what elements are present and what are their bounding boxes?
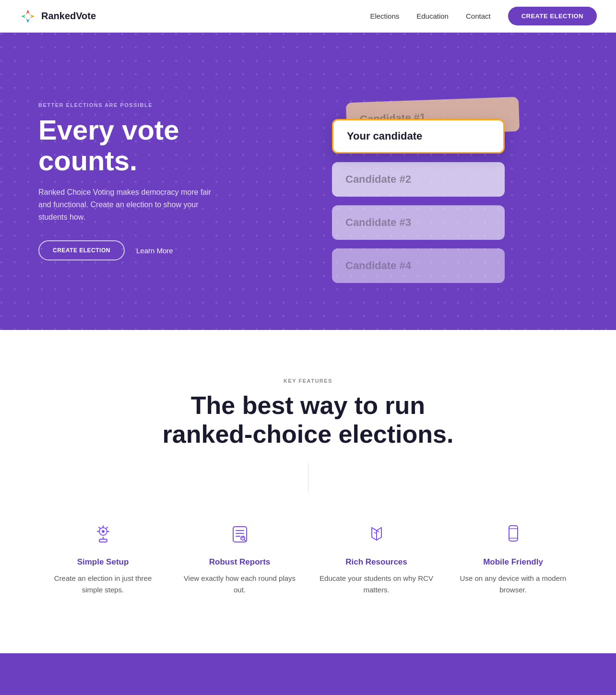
create-election-header-button[interactable]: CREATE ELECTION — [508, 7, 597, 25]
hero-right: Candidate #1 Your candidate Candidate #2… — [269, 90, 578, 272]
feature-simple-setup-title: Simple Setup — [77, 557, 129, 567]
feature-robust-reports-title: Robust Reports — [209, 557, 271, 567]
candidate-cards-stack: Candidate #1 Your candidate Candidate #2… — [332, 100, 514, 263]
logo[interactable]: RankedVote — [19, 8, 96, 25]
feature-simple-setup: Simple Setup Create an election in just … — [44, 521, 162, 596]
feature-mobile-friendly-desc: Use on any device with a modern browser. — [454, 573, 572, 596]
svg-point-0 — [26, 14, 30, 18]
nav-elections[interactable]: Elections — [370, 12, 399, 20]
feature-robust-reports-desc: View exactly how each round plays out. — [181, 573, 298, 596]
features-section: KEY FEATURES The best way to run ranked-… — [0, 330, 616, 653]
feature-robust-reports: Robust Reports View exactly how each rou… — [181, 521, 298, 596]
logo-icon — [19, 8, 36, 25]
reports-icon — [226, 521, 253, 548]
hero-actions: CREATE ELECTION Learn More — [38, 240, 269, 260]
candidate-card-2[interactable]: Candidate #2 — [332, 162, 505, 197]
header: RankedVote Elections Education Contact C… — [0, 0, 616, 33]
features-title: The best way to run ranked-choice electi… — [163, 391, 454, 449]
features-divider — [308, 463, 308, 492]
logo-text: RankedVote — [41, 11, 96, 22]
resources-icon — [363, 521, 390, 548]
nav-contact[interactable]: Contact — [466, 12, 491, 20]
svg-rect-8 — [509, 526, 518, 541]
hero-content: BETTER ELECTIONS ARE POSSIBLE Every vote… — [0, 61, 616, 301]
learn-more-link[interactable]: Learn More — [136, 247, 173, 255]
feature-mobile-friendly-title: Mobile Friendly — [483, 557, 543, 567]
feature-simple-setup-desc: Create an election in just three simple … — [44, 573, 162, 596]
setup-icon — [90, 521, 117, 548]
mobile-icon — [500, 521, 527, 548]
hero-eyebrow: BETTER ELECTIONS ARE POSSIBLE — [38, 102, 269, 108]
features-grid: Simple Setup Create an election in just … — [44, 521, 572, 596]
feature-mobile-friendly: Mobile Friendly Use on any device with a… — [454, 521, 572, 596]
nav-education[interactable]: Education — [416, 12, 449, 20]
hero-left: BETTER ELECTIONS ARE POSSIBLE Every vote… — [38, 102, 269, 260]
candidate-card-active[interactable]: Your candidate — [332, 119, 505, 153]
create-election-hero-button[interactable]: CREATE ELECTION — [38, 240, 125, 260]
hero-title: Every vote counts. — [38, 115, 269, 176]
main-nav: Elections Education Contact CREATE ELECT… — [370, 7, 597, 25]
svg-point-5 — [102, 530, 105, 533]
hero-description: Ranked Choice Voting makes democracy mor… — [38, 186, 221, 223]
feature-rich-resources: Rich Resources Educate your students on … — [318, 521, 435, 596]
candidate-card-4[interactable]: Candidate #4 — [332, 248, 505, 283]
footer-bar — [0, 653, 616, 695]
features-eyebrow: KEY FEATURES — [284, 378, 332, 384]
svg-rect-4 — [99, 539, 107, 542]
feature-rich-resources-title: Rich Resources — [345, 557, 407, 567]
candidate-card-3[interactable]: Candidate #3 — [332, 205, 505, 240]
feature-rich-resources-desc: Educate your students on why RCV matters… — [318, 573, 435, 596]
hero-section: BETTER ELECTIONS ARE POSSIBLE Every vote… — [0, 33, 616, 330]
